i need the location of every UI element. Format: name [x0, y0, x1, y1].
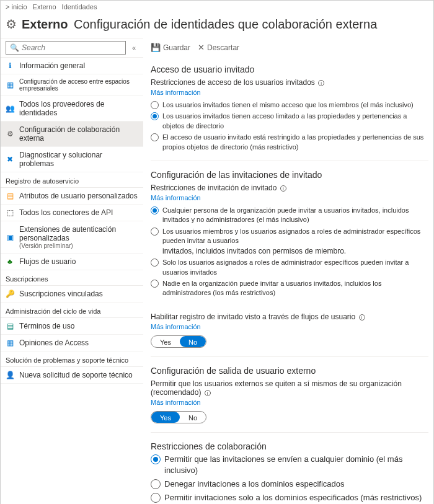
gear-small-icon: ⚙ — [6, 130, 14, 138]
sidebar-item-cross-tenant[interactable]: ▦ Configuración de acceso entre espacios… — [1, 74, 143, 96]
breadcrumb-external[interactable]: Externo — [33, 3, 56, 11]
info-circle-icon[interactable]: i — [280, 185, 286, 192]
selfservice-toggle[interactable]: Yes No — [151, 335, 206, 348]
sidebar-group-selfservice: Registro de autoservicio — [1, 172, 143, 188]
page-title: Externo Configuración de identidades que… — [22, 17, 377, 32]
sidebar-item-label: Extensiones de autenticación personaliza… — [19, 225, 138, 249]
sidebar-item-identity-providers[interactable]: 👥 Todos los proveedores de identidades — [1, 96, 143, 122]
page-header: ⚙ Externo Configuración de identidades q… — [1, 13, 433, 38]
invite-opt2[interactable]: Los usuarios miembros y los usuarios asi… — [151, 227, 428, 257]
guest-access-opt3[interactable]: El acceso de usuario invitado está restr… — [151, 133, 428, 152]
search-icon: 🔍 — [10, 43, 19, 52]
reviews-icon: ▦ — [6, 338, 14, 347]
sidebar-group-subscriptions: Suscripciones — [1, 270, 143, 286]
guest-access-sub: Restricciones de acceso de los usuarios … — [151, 78, 428, 87]
radio-icon — [151, 454, 161, 464]
sidebar-item-label: Configuración de acceso entre espacios e… — [19, 78, 138, 92]
section-collab-title: Restricciones de colaboración — [151, 441, 428, 451]
invite-opt3[interactable]: Solo los usuarios asignados a roles de a… — [151, 258, 428, 277]
sidebar-item-label: Información general — [19, 61, 85, 70]
guest-access-more-info[interactable]: Más información — [151, 89, 201, 96]
leave-more-info[interactable]: Más información — [151, 399, 201, 406]
discard-button[interactable]: ✕ Descartar — [198, 43, 239, 52]
sidebar-item-access-reviews[interactable]: ▦ Opiniones de Access — [1, 335, 143, 351]
main-content: 💾 Guardar ✕ Descartar Acceso de usuario … — [143, 38, 433, 504]
radio-label: Solo los usuarios asignados a roles de a… — [162, 258, 428, 277]
invite-sub: Restricciones de invitación de invitado … — [151, 183, 428, 192]
invite-more-info[interactable]: Más información — [151, 194, 201, 201]
diagnose-icon: ✖ — [6, 155, 14, 164]
sidebar-item-label: Opiniones de Access — [19, 338, 89, 347]
info-circle-icon[interactable]: i — [359, 314, 365, 321]
support-icon: 👤 — [6, 371, 14, 379]
sidebar-item-auth-extensions[interactable]: ▣ Extensiones de autenticación personali… — [1, 221, 143, 254]
sidebar-item-terms[interactable]: ▤ Términos de uso — [1, 318, 143, 335]
radio-icon — [151, 280, 159, 288]
api-icon: ⬚ — [6, 208, 14, 217]
sidebar-item-user-flows[interactable]: ♣ Flujos de usuario — [1, 254, 143, 270]
sidebar-item-label: Términos de uso — [19, 322, 74, 330]
radio-label: Los usuarios invitados tienen el mismo a… — [162, 100, 414, 110]
sidebar-group-lifecycle: Administración del ciclo de vida — [1, 303, 143, 318]
key-icon: 🔑 — [6, 290, 14, 298]
selfservice-more-info[interactable]: Más información — [151, 323, 201, 330]
page-title-sub: Configuración de identidades que colabor… — [74, 17, 377, 31]
page-title-main: Externo — [22, 17, 68, 31]
section-guest-access-title: Acceso de usuario invitado — [151, 64, 428, 74]
breadcrumb-identities[interactable]: Identidades — [62, 3, 97, 11]
info-circle-icon[interactable]: i — [318, 80, 324, 86]
sidebar-item-overview[interactable]: ℹ Información general — [1, 58, 143, 74]
cross-tenant-icon: ▦ — [6, 81, 14, 89]
sidebar-item-label: Nueva solicitud de soporte técnico — [19, 371, 133, 379]
guest-access-opt1[interactable]: Los usuarios invitados tienen el mismo a… — [151, 100, 428, 110]
extension-icon: ▣ — [6, 233, 14, 242]
collab-opt3[interactable]: Permitir invitaciones solo a los dominio… — [151, 492, 428, 503]
leave-toggle[interactable]: Yes No — [151, 411, 206, 423]
toggle-yes[interactable]: Yes — [151, 412, 180, 423]
save-icon: 💾 — [151, 43, 161, 52]
radio-label: Nadie en la organización puede invitar a… — [162, 279, 428, 298]
sidebar-item-diagnose[interactable]: ✖ Diagnosticar y solucionar problemas — [1, 147, 143, 172]
radio-label: Permitir que las invitaciones se envíen … — [164, 454, 428, 476]
collab-opt2[interactable]: Denegar invitaciones a los dominios espe… — [151, 479, 428, 490]
sidebar-item-new-support[interactable]: 👤 Nueva solicitud de soporte técnico — [1, 367, 143, 384]
radio-label: El acceso de usuario invitado está restr… — [162, 133, 428, 152]
search-box[interactable]: 🔍 — [6, 41, 126, 55]
collab-opt1[interactable]: Permitir que las invitaciones se envíen … — [151, 454, 428, 476]
leave-sub: Permitir que los usuarios externos se qu… — [151, 379, 428, 397]
section-invite-title: Configuración de las invitaciones de inv… — [151, 170, 428, 180]
flows-icon: ♣ — [6, 257, 14, 266]
sidebar-item-label: Configuración de colaboración externa — [19, 125, 138, 143]
sidebar-item-api-connectors[interactable]: ⬚ Todos los conectores de API — [1, 205, 143, 221]
radio-label: Denegar invitaciones a los dominios espe… — [164, 479, 345, 490]
toggle-no[interactable]: No — [180, 336, 206, 347]
sidebar-item-user-attributes[interactable]: ▤ Atributos de usuario personalizados — [1, 188, 143, 205]
toggle-no[interactable]: No — [180, 412, 206, 423]
sidebar-item-linked-subs[interactable]: 🔑 Suscripciones vinculadas — [1, 286, 143, 303]
breadcrumb: > inicio Externo Identidades — [1, 1, 433, 13]
info-circle-icon[interactable]: i — [205, 390, 211, 396]
radio-label: Los usuarios miembros y los usuarios asi… — [162, 227, 428, 257]
radio-label: Permitir invitaciones solo a los dominio… — [164, 492, 422, 503]
sidebar-item-label: Suscripciones vinculadas — [19, 290, 103, 298]
sidebar-item-label: Diagnosticar y solucionar problemas — [19, 151, 138, 168]
discard-label: Descartar — [207, 43, 239, 52]
attributes-icon: ▤ — [6, 192, 14, 200]
invite-opt1[interactable]: Cualquier persona de la organización pue… — [151, 206, 428, 225]
discard-icon: ✕ — [198, 43, 205, 52]
section-leave-title: Configuración de salida de usuario exter… — [151, 366, 428, 376]
gear-icon: ⚙ — [6, 17, 17, 32]
search-input[interactable] — [22, 43, 122, 52]
sidebar-item-external-collab[interactable]: ⚙ Configuración de colaboración externa — [1, 122, 143, 147]
invite-opt4[interactable]: Nadie en la organización puede invitar a… — [151, 279, 428, 298]
people-icon: 👥 — [6, 104, 14, 113]
save-button[interactable]: 💾 Guardar — [151, 43, 190, 52]
selfservice-title: Habilitar registro de invitado visto a t… — [151, 312, 428, 321]
guest-access-opt2[interactable]: Los usuarios invitados tienen acceso lim… — [151, 112, 428, 131]
sidebar-group-support: Solución de problemas y soporte técnico — [1, 351, 143, 367]
toggle-yes[interactable]: Yes — [151, 336, 180, 347]
collapse-sidebar-button[interactable]: « — [130, 43, 138, 53]
save-label: Guardar — [163, 43, 190, 52]
sidebar-item-label: Todos los proveedores de identidades — [19, 100, 138, 117]
breadcrumb-home[interactable]: > inicio — [6, 3, 27, 11]
